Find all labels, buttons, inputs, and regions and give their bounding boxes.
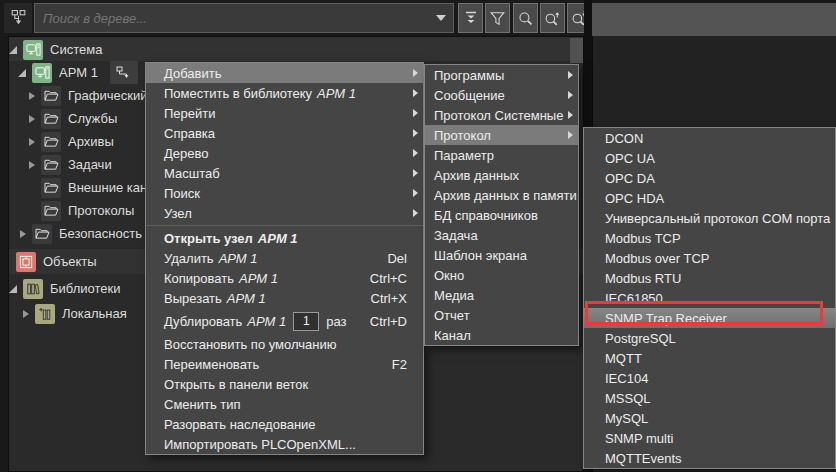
duplicate-suffix-label: раз bbox=[326, 314, 346, 329]
tree-item-label: Система bbox=[50, 42, 102, 57]
menu-item-scale[interactable]: Масштаб bbox=[146, 163, 423, 183]
protocol-item-dcon[interactable]: DCON bbox=[584, 128, 835, 148]
menu-item-help[interactable]: Справка bbox=[146, 123, 423, 143]
protocol-item-iec104[interactable]: IEC104 bbox=[584, 368, 835, 388]
expander-icon[interactable] bbox=[9, 45, 19, 55]
search-up-icon bbox=[544, 10, 561, 27]
add-child-node-button[interactable] bbox=[110, 61, 138, 84]
submenu-item-media[interactable]: Медиа bbox=[425, 285, 578, 305]
tree-item-label: Безопасность bbox=[59, 226, 142, 241]
folder-icon bbox=[41, 109, 61, 129]
expander-icon[interactable] bbox=[18, 68, 28, 78]
tree-item-label: Объекты bbox=[43, 254, 97, 269]
submenu-arrow-icon bbox=[413, 149, 418, 157]
menu-item-goto[interactable]: Перейти bbox=[146, 103, 423, 123]
protocol-item-universal-com-port[interactable]: Универсальный протокол COM порта bbox=[584, 208, 835, 228]
submenu-arrow-icon bbox=[413, 189, 418, 197]
libraries-icon bbox=[23, 279, 43, 299]
submenu-arrow-icon bbox=[413, 129, 418, 137]
expander-icon[interactable] bbox=[27, 91, 37, 101]
expander-icon[interactable] bbox=[27, 160, 37, 170]
submenu-item-memory-data-archive[interactable]: Архив данных в памяти bbox=[425, 185, 578, 205]
menu-item-label: Перейти bbox=[164, 106, 216, 121]
menu-item-label: Протокол Системные bbox=[434, 108, 563, 123]
protocol-item-modbus-over-tcp[interactable]: Modbus over TCP bbox=[584, 248, 835, 268]
right-panel-toolbar bbox=[592, 3, 836, 36]
collapse-all-button[interactable] bbox=[458, 3, 483, 33]
protocol-item-mqtt[interactable]: MQTT bbox=[584, 348, 835, 368]
menu-item-delete[interactable]: Удалить АРМ 1 Del bbox=[146, 248, 423, 268]
expander-icon[interactable] bbox=[27, 137, 37, 147]
menu-item-label: Дерево bbox=[164, 146, 208, 161]
menu-item-label: Копировать bbox=[164, 271, 234, 286]
search-previous-button[interactable] bbox=[540, 3, 565, 33]
shortcut-label: F2 bbox=[392, 357, 407, 372]
menu-item-break-inheritance[interactable]: Разорвать наследование bbox=[146, 414, 423, 434]
protocol-item-mssql[interactable]: MSSQL bbox=[584, 388, 835, 408]
submenu-item-window[interactable]: Окно bbox=[425, 265, 578, 285]
duplicate-count-input[interactable] bbox=[293, 312, 319, 331]
protocol-item-opc-da[interactable]: OPC DA bbox=[584, 168, 835, 188]
submenu-arrow-icon bbox=[413, 69, 418, 77]
protocol-item-modbus-rtu[interactable]: Modbus RTU bbox=[584, 268, 835, 288]
submenu-item-channel[interactable]: Канал bbox=[425, 325, 578, 345]
tree-item-system[interactable]: Система bbox=[9, 38, 583, 61]
submenu-arrow-icon bbox=[413, 109, 418, 117]
menu-item-rename[interactable]: Переименовать F2 bbox=[146, 354, 423, 374]
menu-item-add[interactable]: Добавить bbox=[146, 63, 423, 83]
menu-item-duplicate[interactable]: Дублировать АРМ 1 раз Ctrl+D bbox=[146, 308, 423, 334]
shortcut-label: Ctrl+C bbox=[370, 271, 407, 286]
menu-item-label: Modbus RTU bbox=[605, 271, 681, 286]
expander-icon[interactable] bbox=[21, 309, 31, 319]
submenu-item-report[interactable]: Отчет bbox=[425, 305, 578, 325]
protocol-item-opc-ua[interactable]: OPC UA bbox=[584, 148, 835, 168]
menu-item-restore-default[interactable]: Восстановить по умолчанию bbox=[146, 334, 423, 354]
menu-item-node[interactable]: Узел bbox=[146, 203, 423, 223]
filter-button[interactable] bbox=[485, 3, 510, 33]
submenu-item-parameter[interactable]: Параметр bbox=[425, 145, 578, 165]
menu-item-open-node[interactable]: Открыть узел АРМ 1 bbox=[146, 228, 423, 248]
shortcut-label: Del bbox=[387, 251, 407, 266]
menu-item-change-type[interactable]: Сменить тип bbox=[146, 394, 423, 414]
protocol-submenu: DCON OPC UA OPC DA OPC HDA Универсальный… bbox=[583, 127, 836, 469]
menu-item-label: MQTTEvents bbox=[605, 451, 682, 466]
menu-item-tree[interactable]: Дерево bbox=[146, 143, 423, 163]
menu-item-label: Справка bbox=[164, 126, 215, 141]
tree-item-label: Внешние кана bbox=[68, 180, 154, 195]
protocol-item-opc-hda[interactable]: OPC HDA bbox=[584, 188, 835, 208]
menu-item-search[interactable]: Поиск bbox=[146, 183, 423, 203]
menu-item-open-branch-panel[interactable]: Открыть в панели веток bbox=[146, 374, 423, 394]
submenu-item-task[interactable]: Задача bbox=[425, 225, 578, 245]
protocol-item-mqttevents[interactable]: MQTTEvents bbox=[584, 448, 835, 468]
submenu-item-programs[interactable]: Программы bbox=[425, 65, 578, 85]
search-input[interactable] bbox=[35, 11, 429, 26]
submenu-item-message[interactable]: Сообщение bbox=[425, 85, 578, 105]
expander-icon[interactable] bbox=[9, 284, 19, 294]
node-context-menu: Добавить Поместить в библиотеку АРМ 1 Пе… bbox=[145, 62, 424, 455]
objects-icon bbox=[16, 252, 36, 272]
menu-item-label: БД справочников bbox=[434, 208, 538, 223]
submenu-item-protocol[interactable]: Протокол bbox=[425, 125, 578, 145]
protocol-item-snmp-multi[interactable]: SNMP multi bbox=[584, 428, 835, 448]
expander-icon[interactable] bbox=[18, 229, 28, 239]
search-tree-button[interactable] bbox=[513, 3, 538, 33]
tree-config-button[interactable] bbox=[4, 3, 32, 33]
menu-item-label: Окно bbox=[434, 268, 464, 283]
submenu-item-protocol-system[interactable]: Протокол Системные bbox=[425, 105, 578, 125]
menu-item-label: DCON bbox=[605, 131, 643, 146]
search-options-dropdown[interactable] bbox=[429, 4, 453, 32]
submenu-item-screen-template[interactable]: Шаблон экрана bbox=[425, 245, 578, 265]
submenu-item-reference-db[interactable]: БД справочников bbox=[425, 205, 578, 225]
menu-item-place-in-library[interactable]: Поместить в библиотеку АРМ 1 bbox=[146, 83, 423, 103]
protocol-item-modbus-tcp[interactable]: Modbus TCP bbox=[584, 228, 835, 248]
protocol-item-mysql[interactable]: MySQL bbox=[584, 408, 835, 428]
menu-item-label: Канал bbox=[434, 328, 471, 343]
menu-item-label: Переименовать bbox=[164, 357, 259, 372]
submenu-item-data-archive[interactable]: Архив данных bbox=[425, 165, 578, 185]
menu-item-cut[interactable]: Вырезать АРМ 1 Ctrl+X bbox=[146, 288, 423, 308]
menu-item-copy[interactable]: Копировать АРМ 1 Ctrl+C bbox=[146, 268, 423, 288]
menu-item-import-plcopenxml[interactable]: Импортировать PLCOpenXML... bbox=[146, 434, 423, 454]
expander-icon[interactable] bbox=[27, 114, 37, 124]
protocol-item-postgresql[interactable]: PostgreSQL bbox=[584, 328, 835, 348]
menu-item-label: Добавить bbox=[164, 66, 221, 81]
